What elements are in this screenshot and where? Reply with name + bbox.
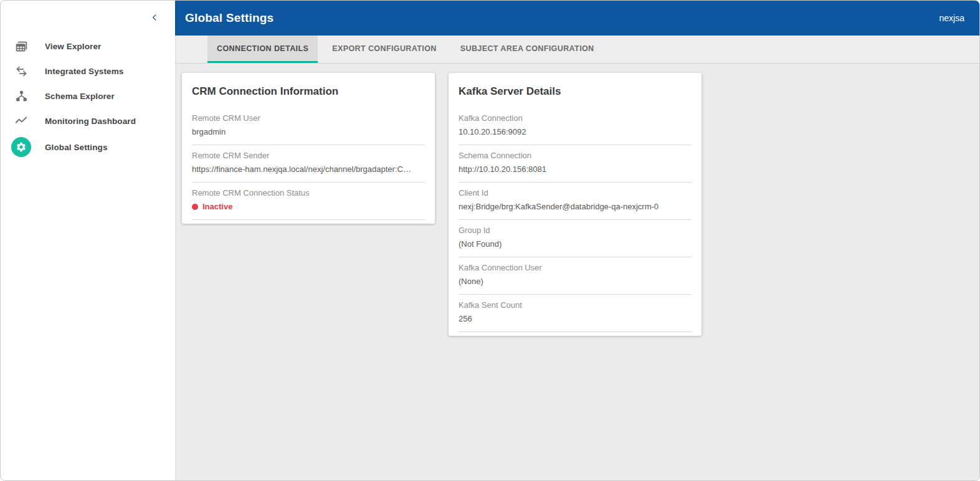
field-remote-crm-connection-status: Remote CRM Connection Status Inactive — [192, 183, 425, 220]
field-value: http://10.10.20.156:8081 — [459, 164, 692, 174]
field-label: Kafka Connection — [459, 113, 692, 123]
field-kafka-connection-user: Kafka Connection User (None) — [459, 257, 692, 295]
field-kafka-sent-count: Kafka Sent Count 256 — [459, 295, 692, 332]
monitoring-dashboard-icon — [11, 111, 31, 131]
field-value: https://finance-ham.nexjqa.local/nexj/ch… — [192, 164, 425, 174]
status-value: Inactive — [192, 202, 425, 211]
sidebar-item-label: Global Settings — [45, 143, 108, 152]
field-label: Kafka Sent Count — [459, 300, 692, 310]
crm-connection-card: CRM Connection Information Remote CRM Us… — [182, 73, 435, 224]
inactive-status-dot-icon — [192, 204, 198, 210]
sidebar-item-view-explorer[interactable]: View Explorer — [1, 34, 175, 59]
sidebar-nav: View Explorer Integrated Systems Schema … — [1, 34, 175, 161]
app-window: View Explorer Integrated Systems Schema … — [0, 0, 980, 481]
page-title: Global Settings — [185, 11, 274, 25]
sidebar-item-monitoring-dashboard[interactable]: Monitoring Dashboard — [1, 108, 175, 133]
field-value: (None) — [459, 277, 692, 286]
field-value: (Not Found) — [459, 239, 692, 249]
main-column: Global Settings nexjsa CONNECTION DETAIL… — [175, 1, 979, 480]
app-header: Global Settings nexjsa — [175, 1, 979, 36]
view-explorer-icon — [11, 36, 31, 56]
schema-explorer-icon — [11, 86, 31, 106]
tab-bar: CONNECTION DETAILS EXPORT CONFIGURATION … — [175, 36, 979, 64]
tab-subject-area-configuration[interactable]: SUBJECT AREA CONFIGURATION — [451, 36, 604, 63]
sidebar-item-integrated-systems[interactable]: Integrated Systems — [1, 59, 175, 83]
field-value: nexj:Bridge/brg:KafkaSender@databridge-q… — [459, 202, 692, 211]
field-remote-crm-sender: Remote CRM Sender https://finance-ham.ne… — [192, 145, 425, 183]
card-title: CRM Connection Information — [192, 85, 425, 98]
sidebar: View Explorer Integrated Systems Schema … — [1, 1, 175, 480]
field-label: Remote CRM User — [192, 113, 425, 123]
field-group-id: Group Id (Not Found) — [459, 220, 692, 257]
sidebar-item-label: View Explorer — [45, 42, 101, 51]
field-kafka-connection: Kafka Connection 10.10.20.156:9092 — [459, 108, 692, 145]
field-client-id: Client Id nexj:Bridge/brg:KafkaSender@da… — [459, 183, 692, 220]
card-title: Kafka Server Details — [459, 85, 692, 98]
field-label: Group Id — [459, 226, 692, 235]
field-label: Kafka Connection User — [459, 263, 692, 272]
status-text: Inactive — [202, 202, 232, 211]
sidebar-item-label: Schema Explorer — [45, 92, 115, 101]
field-label: Remote CRM Connection Status — [192, 188, 425, 198]
field-value: 10.10.20.156:9092 — [459, 127, 692, 136]
field-value: brgadmin — [192, 127, 425, 136]
content-area: CRM Connection Information Remote CRM Us… — [175, 64, 979, 480]
sidebar-item-label: Integrated Systems — [45, 67, 123, 76]
field-value: 256 — [459, 314, 692, 323]
sidebar-collapse-button[interactable] — [146, 10, 163, 26]
field-label: Schema Connection — [459, 151, 692, 160]
integrated-systems-icon — [11, 61, 31, 81]
sidebar-item-global-settings[interactable]: Global Settings — [1, 133, 175, 161]
sidebar-item-label: Monitoring Dashboard — [45, 117, 136, 126]
tab-connection-details[interactable]: CONNECTION DETAILS — [207, 36, 318, 63]
tab-export-configuration[interactable]: EXPORT CONFIGURATION — [323, 36, 446, 63]
field-label: Client Id — [459, 188, 692, 198]
field-schema-connection: Schema Connection http://10.10.20.156:80… — [459, 145, 692, 183]
field-remote-crm-user: Remote CRM User brgadmin — [192, 108, 425, 145]
chevron-left-icon — [150, 11, 159, 25]
sidebar-item-schema-explorer[interactable]: Schema Explorer — [1, 83, 175, 108]
field-label: Remote CRM Sender — [192, 151, 425, 160]
kafka-server-card: Kafka Server Details Kafka Connection 10… — [449, 73, 702, 336]
gear-icon — [11, 137, 31, 157]
user-menu[interactable]: nexjsa — [940, 13, 964, 23]
